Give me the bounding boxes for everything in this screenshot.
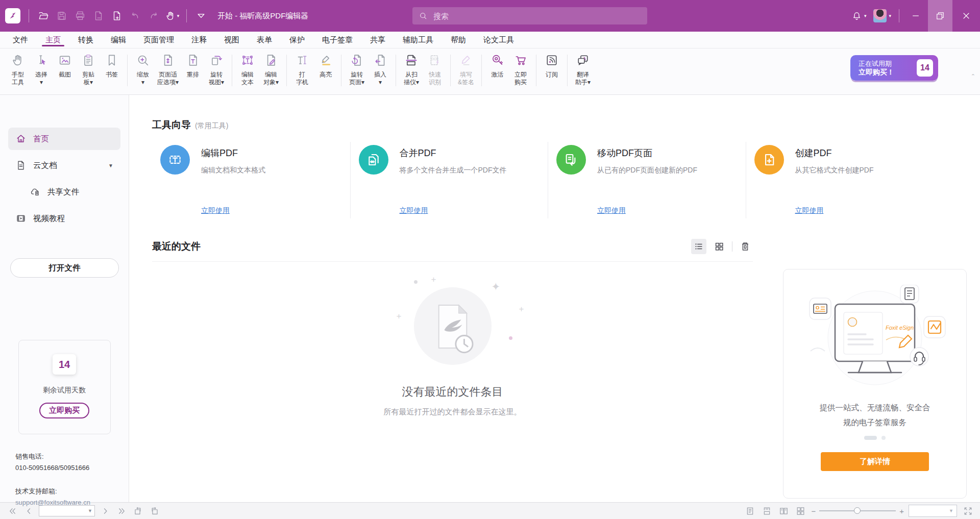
sidebar-item-云文档[interactable]: 云文档▼	[8, 154, 120, 177]
titlebar-separator	[186, 9, 187, 22]
grid-view-icon	[714, 241, 725, 252]
tool-edit-object[interactable]: 编辑对象▾	[259, 53, 283, 86]
card-create-icon	[754, 145, 784, 175]
single-page-view-button[interactable]	[744, 505, 756, 517]
tool-buy[interactable]: 立即购买	[509, 53, 532, 86]
menu-电子签章[interactable]: 电子签章	[313, 32, 361, 48]
use-now-link[interactable]: 立即使用	[201, 206, 230, 215]
zoom-slider-knob[interactable]	[854, 507, 861, 514]
quick-access-toolbar: ▾	[34, 6, 181, 26]
tool-reflow[interactable]: 重排	[181, 53, 205, 79]
bell-icon	[851, 11, 862, 21]
menu-转换[interactable]: 转换	[69, 32, 102, 48]
tool-label: 填写&签名	[458, 71, 474, 86]
tool-hand[interactable]: 手型工具	[6, 53, 30, 86]
add-page-button[interactable]	[108, 6, 126, 26]
clear-recent-button[interactable]	[738, 239, 753, 254]
ribbon-group: 激活立即购买	[485, 53, 532, 86]
menu-帮助[interactable]: 帮助	[442, 32, 475, 48]
use-now-link[interactable]: 立即使用	[400, 206, 428, 215]
tool-rotate-page[interactable]: 旋转页面▾	[345, 53, 369, 86]
facing-continuous-view-button[interactable]	[794, 505, 806, 517]
zoom-in-button[interactable]: +	[899, 507, 904, 515]
menu-共享[interactable]: 共享	[361, 32, 394, 48]
carousel-dots	[864, 436, 886, 440]
sidebar-item-共享文件[interactable]: 共享文件	[8, 181, 120, 203]
tool-rotate-view[interactable]: 旋转视图▾	[205, 53, 228, 86]
open-button[interactable]	[34, 6, 53, 26]
tool-translate[interactable]: A翻译助手▾	[571, 53, 595, 86]
tool-bookmark[interactable]: 书签	[100, 53, 124, 79]
zoom-level-box[interactable]: ▼	[909, 505, 957, 517]
fullscreen-button[interactable]	[962, 505, 974, 517]
notifications-button[interactable]: ▾	[848, 6, 870, 26]
previous-view-button[interactable]	[132, 505, 144, 517]
menu-表单[interactable]: 表单	[248, 32, 281, 48]
tool-typewriter[interactable]: 打字机	[290, 53, 314, 86]
ribbon-mode-icon[interactable]	[192, 6, 210, 26]
ribbon-separator	[536, 55, 536, 86]
no-recent-files-icon	[413, 286, 493, 366]
buy-icon	[513, 53, 528, 68]
tool-insert[interactable]: 插入▾	[369, 53, 392, 86]
zoom-out-button[interactable]: −	[811, 507, 816, 515]
sidebar-item-首页[interactable]: 首页	[8, 128, 120, 150]
statusbar: ▼ − + ▼	[0, 502, 980, 519]
restore-button[interactable]	[928, 0, 952, 32]
search-bar[interactable]	[412, 7, 647, 24]
tool-card-移动PDF页面: 移动PDF页面从已有的PDF页面创建新的PDF立即使用	[548, 142, 746, 218]
menu-辅助工具[interactable]: 辅助工具	[394, 32, 442, 48]
menu-论文工具[interactable]: 论文工具	[475, 32, 523, 48]
hand-tool-button[interactable]: ▾	[163, 6, 181, 26]
minimize-button[interactable]	[903, 0, 928, 32]
trial-banner-button[interactable]: 正在试用期 立即购买！ 14	[850, 55, 938, 81]
tool-select[interactable]: 选择▾	[30, 53, 53, 86]
buy-now-button[interactable]: 立即购买	[39, 403, 89, 418]
menu-页面管理[interactable]: 页面管理	[135, 32, 183, 48]
continuous-view-button[interactable]	[761, 505, 773, 517]
support-email-link[interactable]: support@foxitsoftware.cn	[15, 497, 129, 508]
menu-保护[interactable]: 保护	[281, 32, 313, 48]
menu-编辑[interactable]: 编辑	[102, 32, 135, 48]
tool-activate[interactable]: 激活	[485, 53, 509, 79]
menu-主页[interactable]: 主页	[37, 32, 69, 48]
learn-more-button[interactable]: 了解详情	[821, 452, 929, 471]
tool-label: 激活	[491, 71, 503, 79]
menu-视图[interactable]: 视图	[215, 32, 248, 48]
tool-label: 翻译助手▾	[575, 71, 591, 86]
sidebar-item-视频教程[interactable]: 视频教程	[8, 207, 120, 230]
menu-注释[interactable]: 注释	[183, 32, 215, 48]
tool-snapshot[interactable]: 截图	[53, 53, 77, 79]
tool-label: 书签	[106, 71, 118, 79]
scrollbar-up-icon[interactable]: ⌃	[971, 73, 975, 80]
close-button[interactable]	[952, 0, 980, 32]
tool-scanner[interactable]: 从扫描仪▾	[400, 53, 423, 86]
tool-clipboard[interactable]: 剪贴板▾	[77, 53, 100, 86]
clipboard-icon	[81, 53, 96, 68]
tool-subscribe[interactable]: 订阅	[540, 53, 564, 79]
tool-label: 从扫描仪▾	[404, 71, 419, 86]
search-icon	[419, 11, 428, 20]
use-now-link[interactable]: 立即使用	[597, 206, 626, 215]
account-button[interactable]: ▾	[870, 6, 895, 26]
grid-view-button[interactable]	[712, 239, 727, 254]
carousel-dot[interactable]	[881, 436, 886, 440]
next-view-button[interactable]	[148, 505, 160, 517]
chevron-down-icon[interactable]: ▼	[108, 163, 113, 168]
tool-edit-text[interactable]: 编辑文本	[236, 53, 259, 86]
card-title: 编辑PDF	[201, 147, 345, 159]
carousel-dot-active[interactable]	[864, 436, 877, 440]
use-now-link[interactable]: 立即使用	[795, 206, 824, 215]
open-file-button[interactable]: 打开文件	[10, 258, 119, 278]
menu-文件[interactable]: 文件	[4, 32, 37, 48]
tool-fit-page[interactable]: 页面适应选项▾	[155, 53, 181, 86]
ribbon-separator	[286, 55, 287, 86]
fullscreen-icon	[963, 506, 973, 516]
facing-view-button[interactable]	[777, 505, 790, 517]
search-input[interactable]	[432, 11, 641, 21]
esign-illustration: Foxit eSign	[795, 285, 954, 387]
tool-zoom[interactable]: 缩放▾	[131, 53, 155, 86]
zoom-slider-track[interactable]	[819, 510, 896, 511]
list-view-button[interactable]	[691, 239, 706, 254]
tool-highlight[interactable]: 高亮	[314, 53, 337, 79]
